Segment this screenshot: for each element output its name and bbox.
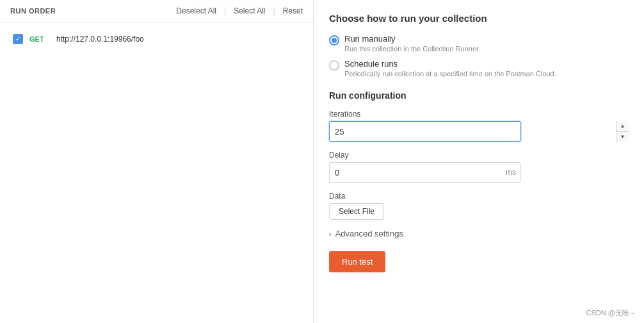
iterations-input[interactable] (329, 121, 521, 142)
iterations-input-wrapper: ▲ ▼ (329, 121, 629, 142)
data-group: Data Select File (329, 192, 629, 220)
method-badge: GET (29, 35, 50, 43)
schedule-runs-option: Schedule runs Periodically run collectio… (329, 59, 629, 78)
run-manually-desc: Run this collection in the Collection Ru… (344, 45, 480, 53)
run-config-title: Run configuration (329, 90, 629, 101)
header-actions: Deselect All | Select All | Reset (176, 6, 303, 15)
separator-2: | (273, 6, 275, 15)
watermark: CSDN @无唯～ (586, 308, 636, 318)
iterations-increment[interactable]: ▲ (616, 121, 629, 132)
request-checkbox[interactable] (13, 34, 23, 44)
delay-unit: ms (506, 168, 516, 177)
left-header: RUN ORDER Deselect All | Select All | Re… (0, 0, 313, 22)
delay-group: Delay ms (329, 151, 629, 183)
iterations-spinner: ▲ ▼ (616, 121, 629, 142)
right-panel: Choose how to run your collection Run ma… (314, 0, 644, 323)
run-order-title: RUN ORDER (10, 7, 56, 15)
iterations-decrement[interactable]: ▼ (616, 132, 629, 142)
schedule-runs-radio[interactable] (329, 60, 339, 70)
schedule-runs-desc: Periodically run collection at a specifi… (344, 70, 556, 78)
advanced-settings-row[interactable]: › Advanced settings (329, 229, 629, 238)
run-manually-radio[interactable] (329, 35, 339, 46)
run-manually-label: Run manually (344, 34, 480, 44)
chevron-right-icon: › (329, 230, 332, 238)
advanced-settings-label: Advanced settings (335, 229, 403, 238)
table-row: GET http://127.0.0.1:19966/foo (10, 30, 303, 48)
reset-link[interactable]: Reset (283, 6, 303, 15)
run-options: Run manually Run this collection in the … (329, 34, 629, 78)
iterations-label: Iterations (329, 110, 629, 119)
schedule-runs-label: Schedule runs (344, 59, 556, 69)
select-file-button[interactable]: Select File (329, 203, 384, 220)
run-manually-option: Run manually Run this collection in the … (329, 34, 629, 53)
request-url: http://127.0.0.1:19966/foo (56, 35, 144, 44)
delay-input-wrapper: ms (329, 162, 521, 183)
separator-1: | (224, 6, 226, 15)
deselect-all-link[interactable]: Deselect All (176, 6, 216, 15)
section-title: Choose how to run your collection (329, 13, 629, 24)
run-test-button[interactable]: Run test (329, 251, 385, 272)
left-panel: RUN ORDER Deselect All | Select All | Re… (0, 0, 314, 323)
requests-list: GET http://127.0.0.1:19966/foo (0, 22, 313, 323)
iterations-group: Iterations ▲ ▼ (329, 110, 629, 142)
select-all-link[interactable]: Select All (234, 6, 265, 15)
data-label: Data (329, 192, 629, 201)
delay-label: Delay (329, 151, 629, 160)
delay-input[interactable] (329, 162, 521, 183)
